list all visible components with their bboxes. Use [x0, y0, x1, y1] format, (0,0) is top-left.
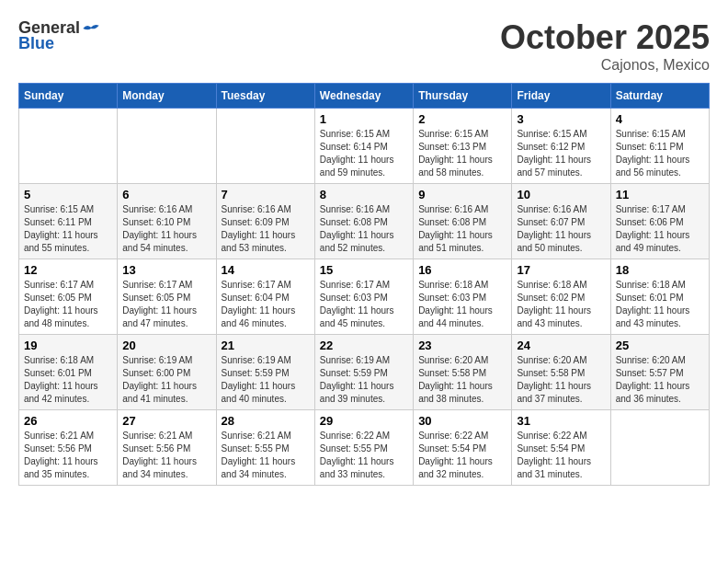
calendar-cell: 25Sunrise: 6:20 AMSunset: 5:57 PMDayligh…: [610, 335, 709, 410]
day-number: 17: [517, 263, 605, 277]
day-number: 23: [418, 339, 506, 352]
logo-blue: Blue: [18, 34, 54, 53]
calendar-cell: 14Sunrise: 6:17 AMSunset: 6:04 PMDayligh…: [216, 259, 314, 335]
day-number: 15: [320, 263, 408, 277]
day-info: Sunrise: 6:16 AMSunset: 6:08 PMDaylight:…: [418, 203, 506, 255]
day-number: 28: [222, 414, 310, 428]
day-info: Sunrise: 6:21 AMSunset: 5:56 PMDaylight:…: [122, 430, 210, 481]
calendar-cell: 30Sunrise: 6:22 AMSunset: 5:54 PMDayligh…: [414, 410, 512, 486]
day-info: Sunrise: 6:17 AMSunset: 6:06 PMDaylight:…: [616, 203, 704, 255]
day-number: 14: [222, 263, 310, 277]
day-number: 3: [517, 112, 605, 126]
calendar-header-friday: Friday: [512, 84, 610, 109]
calendar-cell: 3Sunrise: 6:15 AMSunset: 6:12 PMDaylight…: [512, 109, 610, 184]
calendar-cell: 18Sunrise: 6:18 AMSunset: 6:01 PMDayligh…: [610, 259, 709, 335]
logo: General Blue: [18, 18, 100, 53]
calendar-header-saturday: Saturday: [610, 84, 709, 109]
calendar-cell: 7Sunrise: 6:16 AMSunset: 6:09 PMDaylight…: [216, 184, 314, 259]
day-number: 6: [122, 188, 210, 201]
calendar-cell: [118, 109, 216, 184]
day-number: 20: [122, 339, 210, 352]
day-info: Sunrise: 6:20 AMSunset: 5:58 PMDaylight:…: [418, 354, 506, 406]
calendar-header-monday: Monday: [118, 84, 216, 109]
day-number: 18: [616, 263, 704, 277]
day-info: Sunrise: 6:15 AMSunset: 6:11 PMDaylight:…: [616, 128, 704, 179]
calendar-cell: 8Sunrise: 6:16 AMSunset: 6:08 PMDaylight…: [314, 184, 413, 259]
calendar-cell: 15Sunrise: 6:17 AMSunset: 6:03 PMDayligh…: [314, 259, 413, 335]
day-number: 19: [24, 339, 112, 352]
day-info: Sunrise: 6:17 AMSunset: 6:05 PMDaylight:…: [122, 279, 210, 330]
calendar-cell: 20Sunrise: 6:19 AMSunset: 6:00 PMDayligh…: [118, 335, 216, 410]
day-info: Sunrise: 6:16 AMSunset: 6:08 PMDaylight:…: [320, 203, 408, 255]
day-info: Sunrise: 6:22 AMSunset: 5:55 PMDaylight:…: [320, 430, 408, 481]
calendar-cell: 13Sunrise: 6:17 AMSunset: 6:05 PMDayligh…: [118, 259, 216, 335]
day-info: Sunrise: 6:18 AMSunset: 6:01 PMDaylight:…: [24, 354, 112, 406]
calendar-cell: 23Sunrise: 6:20 AMSunset: 5:58 PMDayligh…: [414, 335, 512, 410]
day-number: 25: [616, 339, 704, 352]
day-info: Sunrise: 6:16 AMSunset: 6:09 PMDaylight:…: [222, 203, 310, 255]
day-number: 26: [24, 414, 112, 428]
bird-icon: [82, 19, 100, 38]
day-number: 8: [320, 188, 408, 201]
calendar-table: SundayMondayTuesdayWednesdayThursdayFrid…: [18, 83, 710, 486]
page-header: General Blue October 2025 Cajonos, Mexic…: [18, 18, 710, 74]
calendar-cell: 2Sunrise: 6:15 AMSunset: 6:13 PMDaylight…: [414, 109, 512, 184]
calendar-cell: [216, 109, 314, 184]
calendar-header-tuesday: Tuesday: [216, 84, 314, 109]
day-number: 1: [320, 112, 408, 126]
calendar-cell: 12Sunrise: 6:17 AMSunset: 6:05 PMDayligh…: [19, 259, 118, 335]
calendar-cell: 31Sunrise: 6:22 AMSunset: 5:54 PMDayligh…: [512, 410, 610, 486]
day-info: Sunrise: 6:22 AMSunset: 5:54 PMDaylight:…: [418, 430, 506, 481]
calendar-cell: 6Sunrise: 6:16 AMSunset: 6:10 PMDaylight…: [118, 184, 216, 259]
day-info: Sunrise: 6:18 AMSunset: 6:03 PMDaylight:…: [418, 279, 506, 330]
day-info: Sunrise: 6:19 AMSunset: 5:59 PMDaylight:…: [222, 354, 310, 406]
location-subtitle: Cajonos, Mexico: [500, 57, 710, 74]
calendar-cell: 11Sunrise: 6:17 AMSunset: 6:06 PMDayligh…: [610, 184, 709, 259]
calendar-week-row: 5Sunrise: 6:15 AMSunset: 6:11 PMDaylight…: [19, 184, 710, 259]
calendar-cell: 28Sunrise: 6:21 AMSunset: 5:55 PMDayligh…: [216, 410, 314, 486]
day-info: Sunrise: 6:16 AMSunset: 6:10 PMDaylight:…: [122, 203, 210, 255]
calendar-week-row: 1Sunrise: 6:15 AMSunset: 6:14 PMDaylight…: [19, 109, 710, 184]
day-info: Sunrise: 6:22 AMSunset: 5:54 PMDaylight:…: [517, 430, 605, 481]
day-number: 24: [517, 339, 605, 352]
calendar-cell: 10Sunrise: 6:16 AMSunset: 6:07 PMDayligh…: [512, 184, 610, 259]
calendar-cell: 19Sunrise: 6:18 AMSunset: 6:01 PMDayligh…: [19, 335, 118, 410]
day-number: 12: [24, 263, 112, 277]
day-info: Sunrise: 6:17 AMSunset: 6:05 PMDaylight:…: [24, 279, 112, 330]
day-info: Sunrise: 6:20 AMSunset: 5:57 PMDaylight:…: [616, 354, 704, 406]
calendar-cell: 1Sunrise: 6:15 AMSunset: 6:14 PMDaylight…: [314, 109, 413, 184]
day-info: Sunrise: 6:16 AMSunset: 6:07 PMDaylight:…: [517, 203, 605, 255]
day-info: Sunrise: 6:19 AMSunset: 6:00 PMDaylight:…: [122, 354, 210, 406]
calendar-week-row: 12Sunrise: 6:17 AMSunset: 6:05 PMDayligh…: [19, 259, 710, 335]
day-number: 30: [418, 414, 506, 428]
calendar-cell: 21Sunrise: 6:19 AMSunset: 5:59 PMDayligh…: [216, 335, 314, 410]
calendar-cell: 26Sunrise: 6:21 AMSunset: 5:56 PMDayligh…: [19, 410, 118, 486]
day-number: 16: [418, 263, 506, 277]
calendar-cell: 4Sunrise: 6:15 AMSunset: 6:11 PMDaylight…: [610, 109, 709, 184]
day-info: Sunrise: 6:20 AMSunset: 5:58 PMDaylight:…: [517, 354, 605, 406]
calendar-header-sunday: Sunday: [19, 84, 118, 109]
day-number: 7: [222, 188, 310, 201]
day-number: 27: [122, 414, 210, 428]
calendar-cell: 16Sunrise: 6:18 AMSunset: 6:03 PMDayligh…: [414, 259, 512, 335]
day-number: 31: [517, 414, 605, 428]
calendar-week-row: 19Sunrise: 6:18 AMSunset: 6:01 PMDayligh…: [19, 335, 710, 410]
day-info: Sunrise: 6:15 AMSunset: 6:13 PMDaylight:…: [418, 128, 506, 179]
day-info: Sunrise: 6:19 AMSunset: 5:59 PMDaylight:…: [320, 354, 408, 406]
day-number: 4: [616, 112, 704, 126]
calendar-cell: 22Sunrise: 6:19 AMSunset: 5:59 PMDayligh…: [314, 335, 413, 410]
calendar-cell: [610, 410, 709, 486]
day-info: Sunrise: 6:21 AMSunset: 5:55 PMDaylight:…: [222, 430, 310, 481]
calendar-week-row: 26Sunrise: 6:21 AMSunset: 5:56 PMDayligh…: [19, 410, 710, 486]
calendar-header-wednesday: Wednesday: [314, 84, 413, 109]
calendar-header-thursday: Thursday: [414, 84, 512, 109]
day-info: Sunrise: 6:15 AMSunset: 6:12 PMDaylight:…: [517, 128, 605, 179]
calendar-cell: 27Sunrise: 6:21 AMSunset: 5:56 PMDayligh…: [118, 410, 216, 486]
calendar-cell: 24Sunrise: 6:20 AMSunset: 5:58 PMDayligh…: [512, 335, 610, 410]
calendar-cell: 17Sunrise: 6:18 AMSunset: 6:02 PMDayligh…: [512, 259, 610, 335]
day-number: 2: [418, 112, 506, 126]
day-info: Sunrise: 6:18 AMSunset: 6:01 PMDaylight:…: [616, 279, 704, 330]
day-info: Sunrise: 6:15 AMSunset: 6:11 PMDaylight:…: [24, 203, 112, 255]
calendar-cell: [19, 109, 118, 184]
day-info: Sunrise: 6:17 AMSunset: 6:03 PMDaylight:…: [320, 279, 408, 330]
